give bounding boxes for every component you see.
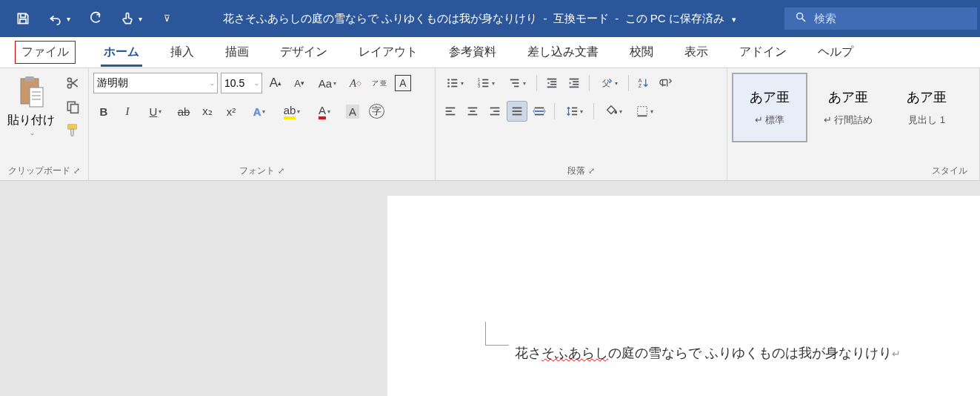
svg-point-14	[447, 79, 450, 81]
char-border-button[interactable]: A	[393, 73, 413, 93]
align-justify-button[interactable]	[507, 101, 527, 122]
redo-icon[interactable]	[87, 10, 103, 27]
char-shading-button[interactable]: A	[342, 101, 363, 122]
copy-button[interactable]	[62, 96, 83, 117]
scissors-icon	[65, 76, 80, 90]
tab-file[interactable]: ファイル	[15, 41, 76, 64]
clipboard-group: 貼り付け ⌵ クリップボード ⤢	[0, 68, 89, 180]
multilevel-button[interactable]: ▾	[502, 73, 532, 93]
style-heading1[interactable]: あア亜 見出し 1	[889, 73, 964, 142]
clipboard-group-label: クリップボード	[8, 165, 70, 177]
paste-label: 貼り付け	[7, 113, 55, 128]
tab-insert[interactable]: 挿入	[167, 39, 197, 66]
page[interactable]: 花さそふあらしの庭の雪ならで ふりゆくものは我が身なりけり↵	[387, 196, 980, 396]
ribbon-tabs: ファイル ホーム 挿入 描画 デザイン レイアウト 参考資料 差し込み文書 校閲…	[0, 37, 980, 68]
undo-icon[interactable]	[47, 10, 64, 27]
text-effects-button[interactable]: A▾	[244, 101, 274, 122]
strike-button[interactable]: ab	[173, 101, 194, 122]
save-icon[interactable]	[15, 10, 31, 27]
tab-help[interactable]: ヘルプ	[815, 39, 856, 66]
decrease-indent-button[interactable]	[541, 73, 562, 93]
shrink-font-button[interactable]: A▾	[289, 73, 310, 93]
italic-button[interactable]: I	[117, 101, 138, 122]
font-name-select[interactable]: 游明朝⌵	[93, 73, 218, 93]
ribbon: 貼り付け ⌵ クリップボード ⤢ 游明朝⌵ 10.5⌵ A▴ A▾ Aa	[0, 68, 980, 181]
font-launcher[interactable]: ⤢	[278, 166, 284, 176]
svg-point-0	[797, 13, 803, 19]
paste-dropdown-icon[interactable]: ⌵	[30, 130, 34, 136]
style-nospacing[interactable]: あア亜 ↵ 行間詰め	[810, 73, 886, 142]
paragraph-group-label: 段落	[567, 165, 585, 177]
show-marks-button[interactable]	[656, 73, 676, 93]
document-area: 花さそふあらしの庭の雪ならで ふりゆくものは我が身なりけり↵	[0, 181, 980, 396]
style-normal[interactable]: あア亜 ↵ 標準	[732, 73, 807, 142]
increase-indent-button[interactable]	[564, 73, 584, 93]
svg-rect-58	[638, 107, 647, 116]
bold-button[interactable]: B	[93, 101, 114, 122]
svg-text:Z: Z	[639, 82, 642, 89]
document-text[interactable]: 花さそふあらしの庭の雪ならで ふりゆくものは我が身なりけり↵	[515, 344, 901, 362]
distribute-button[interactable]	[529, 101, 550, 122]
title-dropdown-icon[interactable]: ▾	[732, 15, 736, 24]
copy-icon	[65, 99, 80, 114]
styles-group-label: スタイル	[932, 165, 967, 177]
subscript-button[interactable]: x₂	[197, 101, 218, 122]
format-painter-button[interactable]	[62, 120, 83, 141]
superscript-button[interactable]: x²	[221, 101, 241, 122]
enclose-char-button[interactable]: 字	[366, 101, 387, 122]
phonetic-guide-button[interactable]: ア 亜	[369, 73, 390, 93]
font-group-label: フォント	[239, 165, 275, 177]
style-preview: あア亜	[750, 88, 790, 106]
shading-button[interactable]: ▾	[599, 101, 628, 122]
style-name-heading1: 見出し 1	[908, 113, 945, 127]
grow-font-button[interactable]: A▴	[265, 73, 286, 93]
tab-design[interactable]: デザイン	[277, 39, 330, 66]
tab-references[interactable]: 参考資料	[446, 39, 499, 66]
paste-button[interactable]: 貼り付け ⌵	[4, 73, 58, 139]
text-direction-button[interactable]: 父▾	[594, 73, 624, 93]
numbering-button[interactable]: 123▾	[471, 73, 501, 93]
cut-button[interactable]	[62, 73, 83, 93]
style-preview: あア亜	[907, 88, 947, 106]
touch-dropdown-icon[interactable]: ▾	[139, 15, 142, 23]
svg-point-18	[447, 85, 450, 88]
tab-addins[interactable]: アドイン	[736, 39, 790, 66]
clear-format-button[interactable]: A◇	[345, 73, 366, 93]
align-left-button[interactable]	[440, 101, 461, 122]
sort-button[interactable]: AZ	[633, 73, 654, 93]
bullets-button[interactable]: ▾	[440, 73, 470, 93]
svg-point-16	[447, 82, 450, 85]
change-case-button[interactable]: Aa▾	[313, 73, 342, 93]
tab-mailings[interactable]: 差し込み文書	[524, 39, 601, 66]
underline-button[interactable]: U▾	[141, 101, 170, 122]
tab-draw[interactable]: 描画	[222, 39, 252, 66]
undo-dropdown-icon[interactable]: ▾	[67, 15, 70, 23]
title-bar: ▾ ▾ ⊽ 花さそふあらしの庭の雪ならで ふりゆくものは我が身なりけり - 互換…	[0, 0, 980, 37]
font-size-select[interactable]: 10.5⌵	[221, 73, 262, 93]
search-box[interactable]: 検索	[784, 7, 977, 30]
style-preview: あア亜	[828, 88, 868, 106]
svg-rect-4	[30, 88, 43, 107]
qat-customize-icon[interactable]: ⊽	[159, 10, 175, 27]
touch-mode-icon[interactable]	[119, 10, 136, 27]
tab-review[interactable]: 校閲	[627, 39, 656, 66]
align-right-button[interactable]	[484, 101, 505, 122]
line-spacing-button[interactable]: ▾	[559, 101, 589, 122]
paragraph-launcher[interactable]: ⤢	[588, 166, 595, 176]
tab-view[interactable]: 表示	[681, 39, 711, 66]
paragraph-group: ▾ 123▾ ▾ 父▾ AZ	[436, 68, 727, 180]
style-name-normal: ↵ 標準	[755, 113, 785, 127]
tab-home[interactable]: ホーム	[101, 39, 142, 66]
paste-icon	[16, 76, 46, 111]
borders-button[interactable]: ▾	[630, 101, 659, 122]
style-name-nospacing: ↵ 行間詰め	[824, 113, 873, 127]
svg-rect-13	[71, 105, 79, 113]
brush-icon	[64, 122, 81, 139]
align-center-button[interactable]	[462, 101, 483, 122]
font-color-button[interactable]: A▾	[310, 101, 339, 122]
clipboard-launcher[interactable]: ⤢	[73, 166, 80, 176]
search-icon	[795, 11, 807, 26]
highlight-button[interactable]: ab▾	[277, 101, 307, 122]
tab-layout[interactable]: レイアウト	[356, 39, 421, 66]
svg-text:3: 3	[478, 84, 480, 88]
